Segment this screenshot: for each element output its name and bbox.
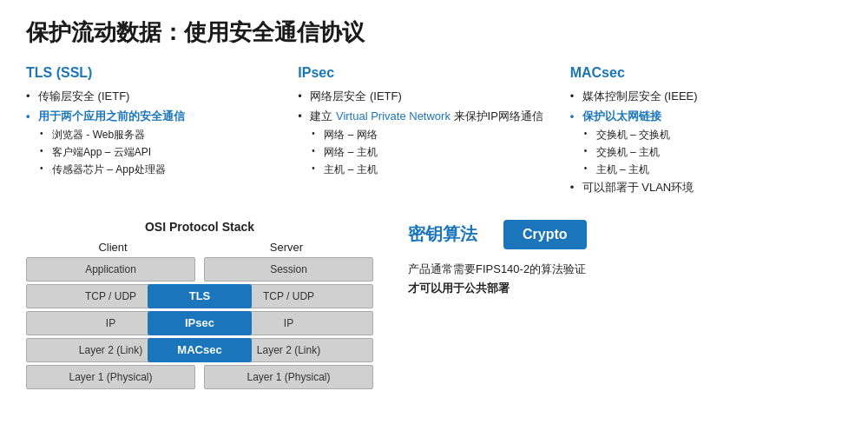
osi-server-layer1: Layer 1 (Physical) bbox=[204, 365, 373, 389]
macsec-list: 媒体控制层安全 (IEEE) 保护以太网链接 交换机 – 交换机 交换机 – 主… bbox=[570, 88, 833, 196]
macsec-heading: MACsec bbox=[570, 65, 833, 81]
tls-sub-1: 浏览器 - Web服务器 bbox=[40, 127, 289, 142]
crypto-title: 密钥算法 bbox=[408, 222, 477, 246]
macsec-sub-2: 交换机 – 主机 bbox=[584, 144, 833, 160]
server-label: Server bbox=[200, 241, 373, 254]
tls-column: TLS (SSL) 传输层安全 (IETF) 用于两个应用之前的安全通信 浏览器… bbox=[26, 65, 298, 199]
tls-sub-3: 传感器芯片 – App处理器 bbox=[40, 162, 289, 177]
ipsec-column: IPsec 网络层安全 (IETF) 建立 Virtual Private Ne… bbox=[298, 65, 569, 199]
osi-row-1: TCP / UDP TCP / UDP TLS bbox=[26, 284, 373, 308]
tls-sub-list: 浏览器 - Web服务器 客户端App – 云端API 传感器芯片 – App处… bbox=[26, 127, 289, 177]
macsec-bar: MACsec bbox=[148, 338, 252, 362]
macsec-sub-list: 交换机 – 交换机 交换机 – 主机 主机 – 主机 bbox=[570, 127, 833, 177]
ipsec-list: 网络层安全 (IETF) 建立 Virtual Private Network … bbox=[298, 88, 561, 177]
ipsec-bar: IPsec bbox=[148, 311, 252, 335]
crypto-desc-line1: 产品通常需要FIPS140-2的算法验证 bbox=[408, 260, 842, 279]
ipsec-sub-2: 网络 – 主机 bbox=[312, 144, 561, 160]
osi-title: OSI Protocol Stack bbox=[26, 220, 373, 234]
tls-bar: TLS bbox=[148, 284, 252, 308]
macsec-sub-3: 主机 – 主机 bbox=[584, 162, 833, 177]
crypto-header: 密钥算法 Crypto bbox=[408, 220, 842, 249]
bottom-section: OSI Protocol Stack Client Server Applica… bbox=[26, 220, 842, 389]
tls-heading: TLS (SSL) bbox=[26, 65, 289, 81]
osi-row-3: Layer 2 (Link) Layer 2 (Link) MACsec bbox=[26, 338, 373, 362]
crypto-section: 密钥算法 Crypto 产品通常需要FIPS140-2的算法验证 才可以用于公共… bbox=[391, 220, 842, 298]
tls-list: 传输层安全 (IETF) 用于两个应用之前的安全通信 浏览器 - Web服务器 … bbox=[26, 88, 289, 177]
osi-server-session: Session bbox=[204, 257, 373, 282]
macsec-sub-1: 交换机 – 交换机 bbox=[584, 127, 833, 142]
crypto-description: 产品通常需要FIPS140-2的算法验证 才可以用于公共部署 bbox=[408, 260, 842, 298]
osi-rows: Application Session TCP / UDP TCP / UDP … bbox=[26, 257, 373, 389]
crypto-badge[interactable]: Crypto bbox=[503, 220, 587, 249]
osi-row-0: Application Session bbox=[26, 257, 373, 282]
osi-row-2: IP IP IPsec bbox=[26, 311, 373, 335]
macsec-item-2: 保护以太网链接 bbox=[570, 108, 833, 125]
ipsec-item-1: 网络层安全 (IETF) bbox=[298, 88, 561, 105]
macsec-item-1: 媒体控制层安全 (IEEE) bbox=[570, 88, 833, 105]
crypto-desc-line2: 才可以用于公共部署 bbox=[408, 282, 510, 295]
osi-client-application: Application bbox=[26, 257, 195, 282]
vpn-link: Virtual Private Network bbox=[332, 109, 450, 123]
ipsec-item-2: 建立 Virtual Private Network 来保护IP网络通信 bbox=[298, 108, 561, 125]
tls-item-1: 传输层安全 (IETF) bbox=[26, 88, 289, 105]
tls-sub-2: 客户端App – 云端API bbox=[40, 144, 289, 160]
osi-header-row: Client Server bbox=[26, 241, 373, 254]
top-section: TLS (SSL) 传输层安全 (IETF) 用于两个应用之前的安全通信 浏览器… bbox=[26, 65, 842, 199]
ipsec-sub-list: 网络 – 网络 网络 – 主机 主机 – 主机 bbox=[298, 127, 561, 177]
tls-item-2: 用于两个应用之前的安全通信 bbox=[26, 108, 289, 125]
macsec-item-3: 可以部署于 VLAN环境 bbox=[570, 179, 833, 196]
page-title: 保护流动数据：使用安全通信协议 bbox=[26, 17, 842, 48]
ipsec-sub-3: 主机 – 主机 bbox=[312, 162, 561, 177]
ipsec-sub-1: 网络 – 网络 bbox=[312, 127, 561, 142]
osi-client-layer1: Layer 1 (Physical) bbox=[26, 365, 195, 389]
osi-diagram: OSI Protocol Stack Client Server Applica… bbox=[26, 220, 373, 389]
ipsec-heading: IPsec bbox=[298, 65, 561, 81]
macsec-column: MACsec 媒体控制层安全 (IEEE) 保护以太网链接 交换机 – 交换机 … bbox=[570, 65, 842, 199]
client-label: Client bbox=[26, 241, 200, 254]
osi-row-4: Layer 1 (Physical) Layer 1 (Physical) bbox=[26, 365, 373, 389]
